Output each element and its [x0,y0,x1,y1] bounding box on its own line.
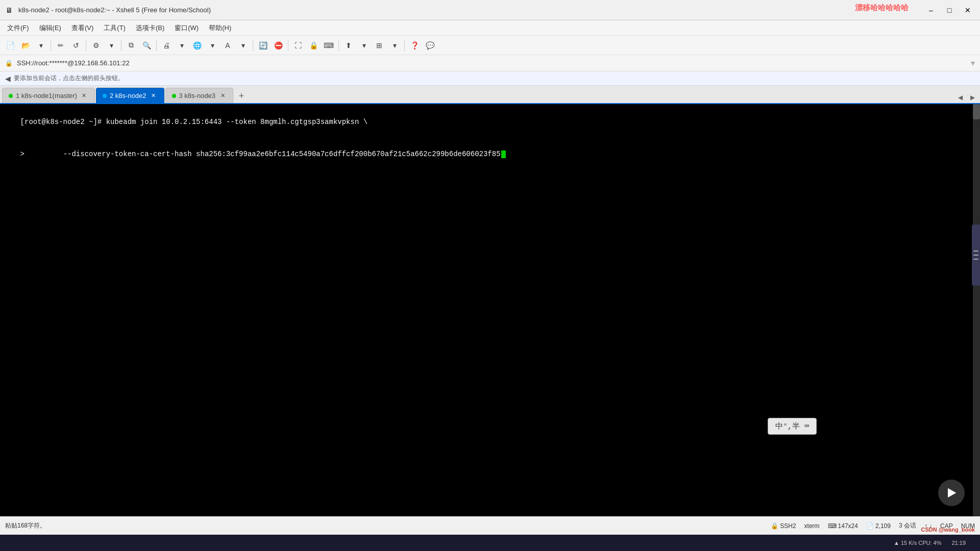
side-panel-line3 [973,259,978,260]
dropdown-btn7[interactable]: ▾ [387,38,402,53]
menu-window[interactable]: 窗口(W) [169,21,204,35]
side-panel-line1 [973,251,978,252]
menu-edit[interactable]: 编辑(E) [34,21,66,35]
tab-k8s-node3[interactable]: 3 k8s-node3 ✕ [165,88,234,103]
position-icon: 📄 [866,522,874,530]
chat-button[interactable]: 💬 [423,38,437,53]
globe-button[interactable]: 🌐 [190,38,204,53]
help-button[interactable]: ❓ [407,38,422,53]
separator-1 [51,40,51,51]
open-button[interactable]: 📂 [18,38,33,53]
scroll-thumb[interactable] [973,104,980,119]
tab-close-1[interactable]: ✕ [80,92,88,100]
print-button[interactable]: 🖨 [159,38,174,53]
menu-tools[interactable]: 工具(T) [99,21,131,35]
side-panel-line2 [973,255,978,256]
terminal-command-1: kubeadm join 10.0.2.15:6443 --token 8mgm… [106,118,368,126]
status-position: 📄 2,109 [866,522,891,530]
separator-4 [156,40,157,51]
terminal-prompt-1: [root@k8s-node2 ~]# [20,118,106,126]
dropdown-btn5[interactable]: ▾ [236,38,250,53]
key-button[interactable]: ⌨ [322,38,336,53]
status-paste-info: 粘贴168字符。 [5,521,769,530]
settings-button[interactable]: ⚙ [89,38,103,53]
address-text: SSH://root:*******@192.168.56.101:22 [17,59,130,67]
tab-label-3: 3 k8s-node3 [179,92,216,99]
toolbar: 📄 📂 ▾ ✏ ↺ ⚙ ▾ ⧉ 🔍 🖨 ▾ 🌐 ▾ A ▾ 🔄 ⛔ ⛶ 🔒 ⌨ … [0,36,980,55]
tab-dot-3 [172,94,176,98]
address-expand[interactable]: ▾ [971,58,975,68]
menu-help[interactable]: 帮助(H) [204,21,236,35]
tab-nav-left[interactable]: ◀ [954,92,966,103]
tab-k8s-node1[interactable]: 1 k8s-node1(master) ✕ [2,88,95,103]
dropdown-btn6[interactable]: ▾ [357,38,371,53]
csdn-watermark: CSDN @wang_book [921,527,975,533]
separator-7 [338,40,339,51]
sessions-label: 3 会话 [899,521,916,530]
dropdown-btn2[interactable]: ▾ [104,38,118,53]
tab-label-2: 2 k8s-node2 [110,92,146,99]
tab-add-button[interactable]: + [234,89,249,103]
minimize-button[interactable]: – [923,3,939,17]
lock-status-icon: 🔒 [771,522,778,530]
tab-nav-right[interactable]: ▶ [967,92,978,103]
separator-3 [121,40,121,51]
title-bar: 🖥 k8s-node2 - root@k8s-node2:~ - Xshell … [0,0,980,20]
terminal-prompt-2: > [20,150,29,158]
tab-bar: 1 k8s-node1(master) ✕ 2 k8s-node2 ✕ 3 k8… [0,86,980,104]
undo-button[interactable]: ↺ [69,38,83,53]
dropdown-btn3[interactable]: ▾ [175,38,189,53]
tab-close-2[interactable]: ✕ [150,92,158,100]
status-size: ⌨ 147x24 [828,522,858,530]
maximize-button[interactable]: □ [941,3,958,17]
search-button[interactable]: 🔍 [139,38,154,53]
status-ssh: 🔒 SSH2 [771,522,796,530]
terminal-type-label: xterm [804,522,820,530]
ime-text: 中°,半 ⌨ [775,422,809,431]
close-button[interactable]: ✕ [960,3,976,17]
separator-8 [404,40,405,51]
size-label: 147x24 [838,522,858,530]
upload-button[interactable]: ⬆ [341,38,356,53]
separator-6 [288,40,288,51]
menu-bar: 文件(F) 编辑(E) 查看(V) 工具(T) 选项卡(B) 窗口(W) 帮助(… [0,20,980,36]
status-bar: 粘贴168字符。 🔒 SSH2 xterm ⌨ 147x24 📄 2,109 3… [0,516,980,535]
terminal-area[interactable]: [root@k8s-node2 ~]# kubeadm join 10.0.2.… [0,104,980,516]
tab-k8s-node2[interactable]: 2 k8s-node2 ✕ [96,88,164,103]
dropdown-btn4[interactable]: ▾ [205,38,219,53]
status-sessions: 3 会话 [899,521,916,530]
position-label: 2,109 [875,522,891,530]
refresh-button[interactable]: 🔄 [256,38,270,53]
side-panel [972,224,980,286]
lock-button[interactable]: 🔒 [306,38,321,53]
ime-popup[interactable]: 中°,半 ⌨ [768,418,817,435]
menu-tabs[interactable]: 选项卡(B) [131,21,169,35]
menu-file[interactable]: 文件(F) [2,21,34,35]
info-bar: ◀ 要添加当前会话，点击左侧的箭头按钮。 [0,71,980,86]
font-button[interactable]: A [220,38,235,53]
stop-button[interactable]: ⛔ [271,38,285,53]
window-controls: – □ ✕ [923,3,976,17]
split-button[interactable]: ⊞ [372,38,386,53]
dropdown-btn1[interactable]: ▾ [34,38,48,53]
tab-close-3[interactable]: ✕ [218,92,227,100]
scroll-bar[interactable] [973,104,980,516]
info-text: 要添加当前会话，点击左侧的箭头按钮。 [14,74,124,83]
info-arrow-icon[interactable]: ◀ [5,74,11,83]
status-terminal-type: xterm [804,522,820,530]
floating-action-button[interactable] [938,480,965,506]
network-speed: ▲ 15 K/s CPU: 4% [894,540,941,546]
copy-button[interactable]: ⧉ [124,38,138,53]
fullscreen-button[interactable]: ⛶ [291,38,305,53]
menu-view[interactable]: 查看(V) [66,21,99,35]
lock-icon: 🔒 [5,60,13,67]
terminal-line-2: > --discovery-token-ca-cert-hash sha256:… [3,138,977,170]
watermark: 漂移哈哈哈哈哈 [855,3,909,13]
terminal-line-1: [root@k8s-node2 ~]# kubeadm join 10.0.2.… [3,106,977,138]
window-title: k8s-node2 - root@k8s-node2:~ - Xshell 5 … [18,6,923,14]
taskbar: ▲ 15 K/s CPU: 4% 21:19 [0,535,980,551]
time-label: 21:19 [951,540,966,546]
highlight-button[interactable]: ✏ [54,38,68,53]
new-session-button[interactable]: 📄 [3,38,17,53]
ssh-label: SSH2 [780,522,796,530]
